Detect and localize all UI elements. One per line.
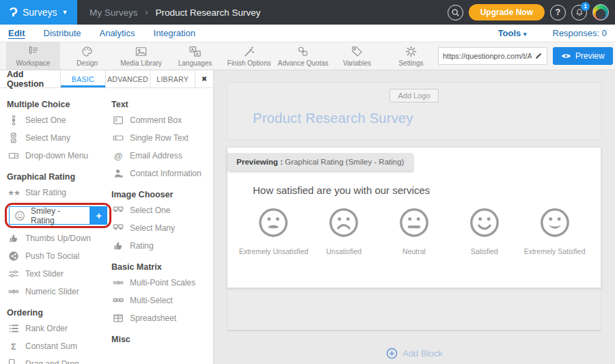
question-tab-basic[interactable]: BASIC (60, 70, 105, 87)
question-type-multi-select[interactable]: Multi-Select (111, 292, 210, 309)
tools-menu[interactable]: Tools ▾ (498, 28, 527, 38)
option-label: Unsatisfied (326, 247, 361, 255)
breadcrumb-my-surveys[interactable]: My Surveys (90, 8, 138, 18)
smiley-smile-filled-icon (539, 207, 571, 238)
item-label: Star Rating (25, 188, 66, 197)
tab-integration[interactable]: Integration (154, 28, 195, 38)
tool-label: Design (77, 59, 98, 67)
smiley-option-extremely-satisfied[interactable]: Extremely Satisfied (519, 207, 590, 255)
design-icon (81, 45, 94, 58)
smiley-option-neutral[interactable]: Neutral (379, 207, 450, 255)
slider-icon (7, 268, 20, 279)
upgrade-now-button[interactable]: Upgrade Now (469, 4, 545, 20)
add-block-button[interactable]: Add Block (214, 348, 615, 359)
monitors-icon (111, 205, 125, 216)
question-type-rank-order[interactable]: Rank Order (7, 320, 111, 337)
breadcrumb: My Surveys › Product Research Survey (90, 8, 260, 18)
tab-edit[interactable]: Edit (8, 28, 25, 38)
question-type-select-one[interactable]: Select One (111, 201, 210, 219)
section-text: TextComment BoxSingle Row Text@Email Add… (111, 100, 210, 182)
question-tab-library[interactable]: LIBRARY (150, 70, 195, 87)
gear-icon (405, 45, 418, 58)
add-question-type-button[interactable]: + (90, 206, 107, 225)
tool-wand[interactable]: Finish Options (222, 42, 276, 70)
smiley-flat-icon (398, 207, 430, 238)
section-ordering: OrderingRank OrderΣConstant SumDrag and … (7, 308, 111, 364)
question-type-star-rating[interactable]: ★★Star Rating (7, 184, 111, 201)
tool-label: Workspace (16, 59, 51, 67)
question-text[interactable]: How satisfied are you with our services (253, 184, 601, 196)
question-type-drop-down-menu[interactable]: Drop-down Menu (7, 147, 111, 165)
media-icon (135, 45, 148, 58)
question-type-select-one[interactable]: Select One (7, 111, 111, 129)
radio-stack-icon (7, 115, 20, 126)
tab-analytics[interactable]: Analytics (99, 28, 135, 38)
responses-count[interactable]: Responses: 0 (553, 28, 607, 38)
question-type-constant-sum[interactable]: ΣConstant Sum (7, 337, 111, 355)
option-label: Extremely Unsatisfied (239, 247, 309, 255)
product-switcher[interactable]: Ɂ Surveys ▼ (0, 0, 77, 25)
smiley-frown-filled-icon (258, 207, 289, 238)
question-type-rating[interactable]: Rating (111, 237, 210, 255)
question-type-drag-and-drop[interactable]: Drag and Drop (7, 355, 111, 364)
survey-header-block[interactable]: Add Logo Product Research Survey (227, 82, 601, 140)
avatar[interactable] (592, 4, 609, 20)
question-tab-advanced[interactable]: ADVANCED (105, 70, 150, 87)
question-type-select-many[interactable]: Select Many (7, 129, 111, 147)
question-type-smiley-rating[interactable]: Smiley - Rating (9, 206, 90, 225)
smiley-option-extremely-unsatisfied[interactable]: Extremely Unsatisfied (238, 207, 309, 255)
empty-block[interactable] (227, 288, 601, 331)
tool-languages[interactable]: Languages (168, 42, 222, 70)
checkbox-stack-icon (7, 132, 20, 143)
search-icon (451, 8, 460, 17)
question-type-thumbs-up-down[interactable]: Thumbs Up/Down (7, 229, 111, 247)
question-type-comment-box[interactable]: Comment Box (111, 111, 210, 129)
question-type-email-address[interactable]: @Email Address (111, 147, 210, 165)
tool-chain[interactable]: Advance Quotas (276, 42, 330, 70)
questionpro-logo-icon: Ɂ (10, 5, 18, 18)
question-type-single-row-text[interactable]: Single Row Text (111, 129, 210, 147)
question-type-contact-information[interactable]: Contact Information (111, 165, 210, 182)
tool-tag[interactable]: Variables (330, 42, 384, 70)
tool-design[interactable]: Design (60, 42, 114, 70)
tab-distribute[interactable]: Distribute (44, 28, 81, 38)
tool-workspace[interactable]: Workspace (6, 42, 60, 70)
smiley-option-unsatisfied[interactable]: Unsatisfied (309, 207, 379, 255)
section-heading: Graphical Rating (7, 172, 111, 182)
question-type-push-to-social[interactable]: Push To Social (7, 247, 111, 265)
tool-tiles: WorkspaceDesignMedia LibraryLanguagesFin… (6, 42, 438, 70)
smiley-options-row: Extremely UnsatisfiedUnsatisfiedNeutralS… (228, 207, 601, 255)
item-label: Thumbs Up/Down (25, 234, 91, 243)
search-button[interactable] (448, 5, 463, 20)
question-type-numeric-slider[interactable]: Numeric Slider (7, 283, 111, 300)
dots-icon (111, 277, 125, 288)
question-type-select-many[interactable]: Select Many (111, 219, 210, 237)
add-logo-button[interactable]: Add Logo (390, 89, 438, 102)
grid-icon (111, 313, 125, 324)
tool-label: Languages (178, 59, 213, 67)
question-type-spreadsheet[interactable]: Spreadsheet (111, 309, 210, 327)
notifications-button[interactable]: 1 (571, 5, 587, 20)
tool-gear[interactable]: Settings (384, 42, 438, 70)
languages-icon (189, 45, 202, 58)
smiley-option-satisfied[interactable]: Satisfied (449, 207, 519, 255)
at-icon: @ (111, 152, 125, 160)
sigma-icon: Σ (7, 342, 20, 351)
question-mark-icon: ? (556, 8, 560, 17)
help-button[interactable]: ? (550, 5, 566, 20)
tool-media[interactable]: Media Library (114, 42, 168, 70)
topbar-actions: Upgrade Now ? 1 (448, 4, 615, 20)
question-type-text-slider[interactable]: Text Slider (7, 265, 111, 283)
question-type-multi-point-scales[interactable]: Multi-Point Scales (111, 274, 210, 292)
item-label: Select Many (25, 133, 70, 143)
notification-badge: 1 (581, 2, 590, 11)
survey-url-field[interactable]: https://questionpro.com/t/A (438, 47, 547, 65)
preview-button[interactable]: Preview (553, 47, 613, 65)
survey-title[interactable]: Product Research Survey (253, 111, 601, 126)
person-icon (111, 168, 125, 179)
close-panel-button[interactable]: ✖ (195, 70, 213, 87)
item-label: Spreadsheet (130, 313, 176, 323)
dots-icon (7, 286, 20, 297)
edit-pencil-icon[interactable] (534, 52, 543, 60)
survey-canvas: Add Logo Product Research Survey Preview… (214, 70, 615, 364)
